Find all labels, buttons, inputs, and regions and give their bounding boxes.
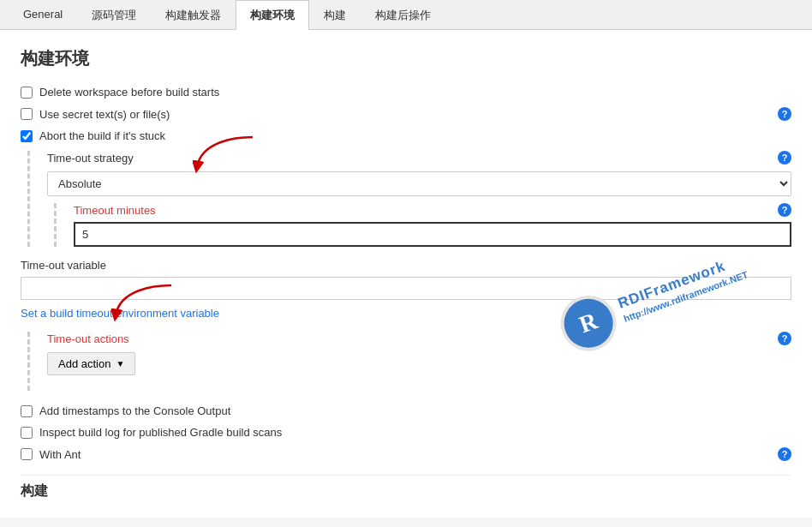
- top-navigation: General 源码管理 构建触发器 构建环境 构建 构建后操作: [0, 0, 812, 30]
- ant-label[interactable]: With Ant: [39, 448, 81, 461]
- tab-general[interactable]: General: [9, 0, 77, 30]
- tab-build[interactable]: 构建: [309, 0, 361, 30]
- timeout-variable-input[interactable]: [21, 277, 791, 300]
- use-secret-help-icon[interactable]: ?: [778, 107, 791, 121]
- timeout-strategy-label: Time-out strategy: [47, 152, 134, 165]
- abort-build-label[interactable]: Abort the build if it's stuck: [39, 129, 165, 142]
- main-content: 构建环境 Delete workspace before build start…: [0, 30, 812, 518]
- timeout-minutes-section: Timeout minutes ?: [54, 203, 791, 247]
- delete-workspace-row: Delete workspace before build starts: [21, 86, 791, 99]
- add-action-button[interactable]: Add action ▼: [47, 352, 135, 375]
- timeout-actions-help-icon[interactable]: ?: [778, 332, 791, 345]
- timeout-actions-section: Time-out actions ? Add action ▼: [27, 332, 791, 391]
- abort-build-row: Abort the build if it's stuck: [21, 129, 791, 142]
- timestamps-label[interactable]: Add timestamps to the Console Output: [39, 404, 230, 417]
- gradle-label[interactable]: Inspect build log for published Gradle b…: [39, 426, 282, 439]
- timeout-strategy-section: Time-out strategy ? Absolute Timeout min…: [27, 151, 791, 247]
- tab-post-build[interactable]: 构建后操作: [361, 0, 445, 30]
- tab-triggers[interactable]: 构建触发器: [151, 0, 236, 30]
- env-variable-link[interactable]: Set a build timeout environment variable: [21, 307, 791, 320]
- timeout-strategy-help-icon[interactable]: ?: [778, 151, 791, 165]
- timeout-actions-label: Time-out actions: [47, 332, 129, 345]
- timeout-strategy-label-row: Time-out strategy ?: [47, 151, 791, 165]
- ant-row: With Ant ?: [21, 447, 791, 461]
- delete-workspace-label[interactable]: Delete workspace before build starts: [39, 86, 219, 99]
- timeout-strategy-select[interactable]: Absolute: [47, 171, 791, 196]
- gradle-row: Inspect build log for published Gradle b…: [21, 426, 791, 439]
- timeout-actions-label-row: Time-out actions ?: [47, 332, 791, 345]
- page-title: 构建环境: [21, 47, 791, 70]
- ant-checkbox[interactable]: [21, 448, 33, 460]
- tab-source[interactable]: 源码管理: [77, 0, 151, 30]
- use-secret-label[interactable]: Use secret text(s) or file(s): [39, 108, 170, 121]
- gradle-checkbox[interactable]: [21, 427, 33, 439]
- bottom-section-title: 构建: [21, 475, 791, 500]
- timeout-minutes-input[interactable]: [74, 222, 791, 247]
- abort-build-checkbox[interactable]: [21, 130, 33, 142]
- timeout-minutes-label: Timeout minutes: [74, 204, 156, 217]
- timestamps-checkbox[interactable]: [21, 405, 33, 417]
- use-secret-row: Use secret text(s) or file(s) ?: [21, 107, 791, 121]
- timeout-minutes-help-icon[interactable]: ?: [778, 203, 791, 217]
- use-secret-checkbox[interactable]: [21, 108, 33, 120]
- delete-workspace-checkbox[interactable]: [21, 87, 33, 99]
- add-action-caret-icon: ▼: [116, 359, 124, 368]
- timestamps-row: Add timestamps to the Console Output: [21, 404, 791, 417]
- timeout-variable-label: Time-out variable: [21, 259, 791, 272]
- timeout-minutes-label-row: Timeout minutes ?: [74, 203, 791, 217]
- add-action-button-label: Add action: [58, 357, 110, 370]
- tab-environment[interactable]: 构建环境: [236, 0, 309, 30]
- ant-help-icon[interactable]: ?: [778, 447, 791, 461]
